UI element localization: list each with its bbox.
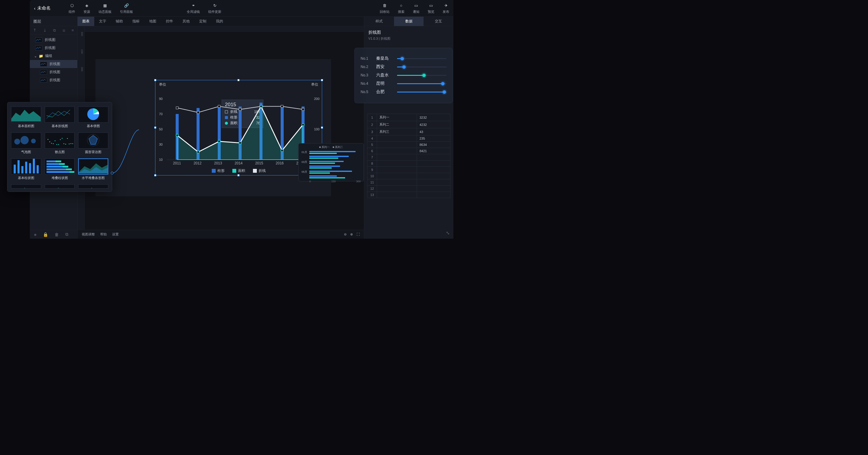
slider-row[interactable]: No.2西安 <box>361 64 446 69</box>
table-row[interactable]: 7 <box>368 154 451 160</box>
slider-track[interactable] <box>397 58 446 59</box>
table-row[interactable]: 10 <box>368 173 451 179</box>
tool-组件[interactable]: ⬡组件 <box>69 2 75 14</box>
resize-handle-tm[interactable] <box>238 79 240 81</box>
tool-回收站[interactable]: 🗑回收站 <box>380 2 390 14</box>
table-row[interactable]: 9 <box>368 167 451 173</box>
layer-group[interactable]: ⌄📁编组 <box>30 52 77 60</box>
category-tab[interactable]: 控件 <box>161 17 178 26</box>
category-tab[interactable]: 地图 <box>144 17 161 26</box>
mini-horizontal-bar-chart[interactable]: ■ 系列一■ 系列二 01月03月05月 0150300 <box>298 143 364 181</box>
table-row[interactable]: 8 <box>368 160 451 167</box>
gallery-item[interactable]: 气泡图 <box>10 132 42 157</box>
tool-预览[interactable]: ▭预览 <box>428 2 434 14</box>
gallery-item[interactable]: 散点图 <box>44 132 75 157</box>
back-button[interactable]: ‹ 未命名 <box>34 5 51 11</box>
category-tab[interactable]: 我的 <box>211 17 228 26</box>
layer-item[interactable]: 折线图 <box>30 76 77 84</box>
chart-gallery-panel[interactable]: 基本面积图基本折线图基本饼图气泡图散点图圆形雷达图基本柱状图堆叠柱状图水平堆叠条… <box>7 102 112 192</box>
view-adjust-button[interactable]: 视图调整 <box>82 232 95 237</box>
table-row[interactable]: 11 <box>368 179 451 186</box>
gallery-item[interactable]: 水平堆叠条形图 <box>78 158 109 183</box>
gallery-item[interactable]: 基本面积图 <box>10 106 42 131</box>
layer-item[interactable]: 折线图 <box>30 36 77 44</box>
slider-row[interactable]: No.1秦皇岛 <box>361 56 446 61</box>
slider-row[interactable]: No.5合肥 <box>361 89 446 95</box>
tool-引用面板[interactable]: 🔗引用面板 <box>120 2 133 14</box>
resize-handle-lm[interactable] <box>154 126 156 129</box>
slider-track[interactable] <box>397 75 446 76</box>
category-tab[interactable]: 图表 <box>78 17 94 26</box>
category-tab[interactable]: 辅助 <box>111 17 128 26</box>
table-row[interactable]: 4235 <box>368 135 451 142</box>
layer-item[interactable]: 折线图 <box>30 60 77 68</box>
settings-button[interactable]: 设置 <box>112 232 119 237</box>
resize-handle-bm[interactable] <box>238 174 240 176</box>
category-tab[interactable]: 文字 <box>94 17 111 26</box>
gallery-item[interactable] <box>78 184 109 189</box>
tool-资源[interactable]: ◈资源 <box>84 2 90 14</box>
selection-box[interactable]: 单位 单位 2015 折线187 柱形32 面积76 <box>155 80 322 176</box>
tool-组件更新[interactable]: ↻组件更新 <box>208 2 221 14</box>
table-row[interactable]: 68421 <box>368 148 451 154</box>
copy-icon[interactable]: ⧉ <box>65 232 68 237</box>
group-icon[interactable]: ⧉ <box>53 28 56 33</box>
gallery-item[interactable] <box>10 184 42 189</box>
slider-track[interactable] <box>397 66 446 67</box>
x-tick: 2013 <box>214 161 222 165</box>
tool-全局滤镜[interactable]: ⚭全局滤镜 <box>187 2 200 14</box>
slider-track[interactable] <box>397 83 446 84</box>
inspector-tabs: 样式数据交互 <box>364 17 454 26</box>
category-tab[interactable]: 指标 <box>128 17 144 26</box>
category-tab[interactable]: 定制 <box>194 17 211 26</box>
resize-handle-tr[interactable] <box>321 79 323 81</box>
slider-knob[interactable] <box>401 57 404 60</box>
bring-front-icon[interactable]: ⤒ <box>33 28 36 32</box>
resize-handle-rm[interactable] <box>321 126 323 129</box>
gallery-item[interactable]: 基本柱状图 <box>10 158 42 183</box>
send-back-icon[interactable]: ⤓ <box>43 28 46 32</box>
resize-handle-tl[interactable] <box>154 79 156 81</box>
list-icon[interactable]: ≡ <box>71 28 74 32</box>
help-button[interactable]: 帮助 <box>100 232 107 237</box>
resize-handle-bl[interactable] <box>154 174 156 176</box>
slider-knob[interactable] <box>422 74 426 77</box>
table-row[interactable]: 1系列一3232 <box>368 114 451 121</box>
table-row[interactable]: 13 <box>368 192 451 198</box>
slider-knob[interactable] <box>443 90 446 94</box>
slider-knob[interactable] <box>441 82 444 85</box>
inspector-tab[interactable]: 数据 <box>394 17 424 26</box>
tool-发布[interactable]: ✈发布 <box>443 2 449 14</box>
table-row[interactable]: 12 <box>368 186 451 192</box>
canvas[interactable]: 单位 单位 2015 折线187 柱形32 面积76 <box>95 59 331 196</box>
gallery-item[interactable]: 圆形雷达图 <box>78 132 109 157</box>
slider-track[interactable] <box>397 92 446 92</box>
gallery-item[interactable]: 堆叠柱状图 <box>44 158 75 183</box>
resize-icon[interactable]: ⤡ <box>446 230 450 236</box>
zoom-out-icon[interactable]: ⊖ <box>344 233 347 236</box>
svg-rect-52 <box>69 171 75 173</box>
tool-通知[interactable]: ▭通知 <box>413 2 420 14</box>
tool-搜索[interactable]: ○搜索 <box>398 2 404 14</box>
table-row[interactable]: 3系列三43 <box>368 128 451 135</box>
layer-item[interactable]: 折线图 <box>30 68 77 76</box>
ungroup-icon[interactable]: ⧇ <box>63 28 65 33</box>
table-row[interactable]: 58634 <box>368 142 451 148</box>
fit-icon[interactable]: ⛶ <box>356 233 360 236</box>
gallery-item[interactable]: 基本折线图 <box>44 106 75 131</box>
slider-knob[interactable] <box>402 65 406 69</box>
layer-item[interactable]: 折线图 <box>30 44 77 52</box>
inspector-tab[interactable]: 样式 <box>364 17 394 26</box>
zoom-in-icon[interactable]: ⊕ <box>350 233 353 236</box>
gallery-item[interactable]: 基本饼图 <box>78 106 109 131</box>
slider-row[interactable]: No.4昆明 <box>361 81 446 86</box>
pin-icon[interactable]: ⎈ <box>34 232 36 237</box>
tool-动态面板[interactable]: ▦动态面板 <box>98 2 112 14</box>
delete-icon[interactable]: 🗑 <box>55 232 59 237</box>
gallery-item[interactable] <box>44 184 75 189</box>
lock-icon[interactable]: 🔒 <box>43 232 48 237</box>
table-row[interactable]: 2系列二4232 <box>368 121 451 128</box>
slider-row[interactable]: No.3六盘水 <box>361 72 446 78</box>
category-tab[interactable]: 其他 <box>178 17 194 26</box>
inspector-tab[interactable]: 交互 <box>424 17 454 26</box>
